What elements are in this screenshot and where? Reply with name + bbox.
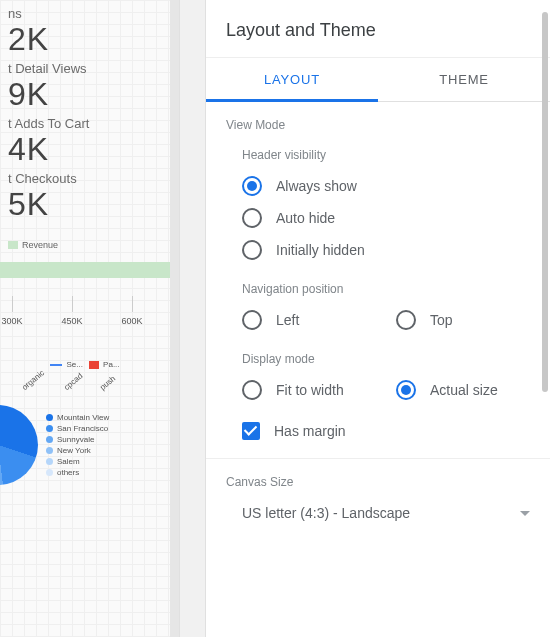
pie-legend-item: Mountain View <box>46 413 109 422</box>
chevron-down-icon <box>520 511 530 516</box>
label-header-visibility: Header visibility <box>206 138 550 170</box>
metric-label: ns <box>8 6 162 21</box>
metric-label: t Adds To Cart <box>8 116 162 131</box>
radio-icon <box>242 310 262 330</box>
radio-fit-to-width[interactable]: Fit to width <box>242 374 396 406</box>
pie-legend-item: San Francisco <box>46 424 109 433</box>
label-display-mode: Display mode <box>206 342 550 374</box>
radio-label: Initially hidden <box>276 242 365 258</box>
pie-chart-area: 7.6% 6.9% Mountain View San Francisco Su… <box>0 405 162 485</box>
radio-label: Top <box>430 312 453 328</box>
chart-legend: Se... Pa... <box>8 360 162 369</box>
legend-label: Mountain View <box>57 413 109 422</box>
legend-label: Pa... <box>103 360 119 369</box>
report-canvas[interactable]: ns 2K t Detail Views 9K t Adds To Cart 4… <box>0 0 179 637</box>
category-labels: organic cpcad push <box>0 371 168 395</box>
pie-legend: Mountain View San Francisco Sunnyvale Ne… <box>46 411 109 479</box>
legend-dot-icon <box>46 436 53 443</box>
radio-label: Actual size <box>430 382 498 398</box>
panel-gutter <box>179 0 205 637</box>
radio-icon <box>396 380 416 400</box>
checkbox-has-margin[interactable]: Has margin <box>206 412 550 454</box>
revenue-bar <box>0 262 170 278</box>
category-label: organic <box>20 368 46 392</box>
report-column: ns 2K t Detail Views 9K t Adds To Cart 4… <box>0 0 170 637</box>
panel-tabs: LAYOUT THEME <box>206 57 550 102</box>
radiogroup-navigation-position: Left Top <box>206 304 550 342</box>
pie-legend-item: Salem <box>46 457 109 466</box>
metric-value: 9K <box>8 78 162 110</box>
metric-label: t Checkouts <box>8 171 162 186</box>
legend-dot-icon <box>46 425 53 432</box>
radio-icon <box>242 208 262 228</box>
metric-value: 4K <box>8 133 162 165</box>
legend-label: others <box>57 468 79 477</box>
select-value: US letter (4:3) - Landscape <box>242 505 410 521</box>
axis-tick: 600K <box>112 316 152 326</box>
panel-title: Layout and Theme <box>206 0 550 57</box>
radio-nav-top[interactable]: Top <box>396 304 550 336</box>
radiogroup-header-visibility: Always show Auto hide Initially hidden <box>206 170 550 272</box>
section-view-mode: View Mode <box>206 102 550 138</box>
category-label: push <box>98 374 117 392</box>
legend-label: Sunnyvale <box>57 435 94 444</box>
pie-chart: 7.6% 6.9% <box>0 405 38 485</box>
legend-dot-icon <box>46 469 53 476</box>
legend-label: San Francisco <box>57 424 108 433</box>
metric-value: 2K <box>8 23 162 55</box>
tab-theme[interactable]: THEME <box>378 58 550 101</box>
radio-label: Always show <box>276 178 357 194</box>
radio-initially-hidden[interactable]: Initially hidden <box>242 234 550 266</box>
category-label: cpcad <box>62 371 84 392</box>
radio-label: Auto hide <box>276 210 335 226</box>
legend-label: Se... <box>66 360 82 369</box>
radio-icon <box>242 176 262 196</box>
metric-label: t Detail Views <box>8 61 162 76</box>
legend-label: New York <box>57 446 91 455</box>
radio-label: Fit to width <box>276 382 344 398</box>
radio-icon <box>242 240 262 260</box>
radiogroup-display-mode: Fit to width Actual size <box>206 374 550 412</box>
radio-icon <box>396 310 416 330</box>
legend-dot-icon <box>46 458 53 465</box>
legend-box-icon <box>89 361 99 369</box>
checkbox-icon <box>242 422 260 440</box>
radio-actual-size[interactable]: Actual size <box>396 374 550 406</box>
section-canvas-size: Canvas Size <box>206 459 550 495</box>
radio-label: Left <box>276 312 299 328</box>
legend-line-icon <box>50 364 62 366</box>
legend-label: Revenue <box>22 240 58 250</box>
checkbox-label: Has margin <box>274 423 346 439</box>
radio-auto-hide[interactable]: Auto hide <box>242 202 550 234</box>
select-canvas-size[interactable]: US letter (4:3) - Landscape <box>206 495 550 531</box>
radio-nav-left[interactable]: Left <box>242 304 396 336</box>
axis-tick: 450K <box>52 316 92 326</box>
revenue-legend: Revenue <box>8 240 162 250</box>
pie-legend-item: New York <box>46 446 109 455</box>
legend-dot-icon <box>46 447 53 454</box>
radio-icon <box>242 380 262 400</box>
scrollbar[interactable] <box>542 12 548 392</box>
legend-dot-icon <box>46 414 53 421</box>
metric-value: 5K <box>8 188 162 220</box>
legend-label: Salem <box>57 457 80 466</box>
radio-always-show[interactable]: Always show <box>242 170 550 202</box>
tab-layout[interactable]: LAYOUT <box>206 58 378 101</box>
axis-ticks: 300K 450K 600K <box>0 296 162 356</box>
layout-theme-panel: Layout and Theme LAYOUT THEME View Mode … <box>205 0 550 637</box>
pie-legend-item: Sunnyvale <box>46 435 109 444</box>
legend-swatch <box>8 241 18 249</box>
axis-tick: 300K <box>0 316 32 326</box>
pie-legend-item: others <box>46 468 109 477</box>
label-navigation-position: Navigation position <box>206 272 550 304</box>
